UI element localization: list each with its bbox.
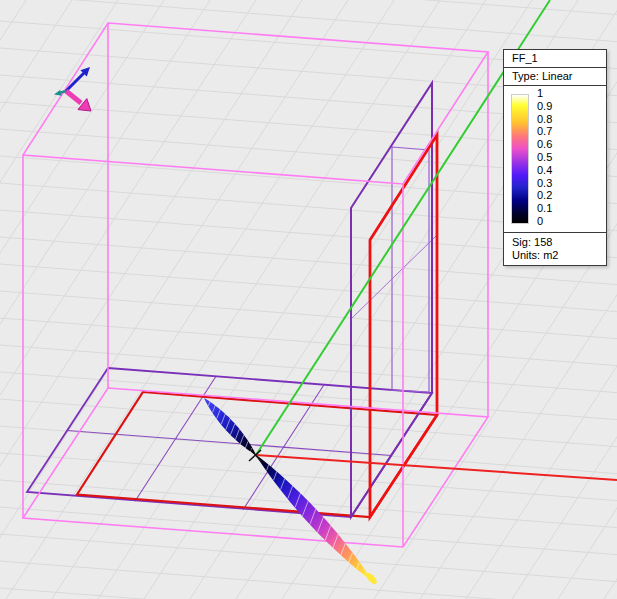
colorbar-tick: 0.6 (537, 139, 552, 150)
colorbar-tick: 0 (537, 216, 552, 227)
legend-units: Units: m2 (512, 249, 606, 262)
legend-footer: Sig: 158 Units: m2 (504, 233, 606, 265)
colorbar-tick: 1 (537, 88, 552, 99)
legend-type: Type: Linear (504, 68, 606, 86)
colorbar-tick: 0.7 (537, 126, 552, 137)
colorbar-tick: 0.8 (537, 114, 552, 125)
colorbar-tick: 0.4 (537, 165, 552, 176)
3d-viewport-stage[interactable]: FF_1 Type: Linear 1 0.9 0.8 0.7 0.6 0.5 … (0, 0, 617, 599)
farfield-legend: FF_1 Type: Linear 1 0.9 0.8 0.7 0.6 0.5 … (503, 49, 607, 266)
colorbar-gradient (511, 94, 529, 224)
colorbar-tick: 0.9 (537, 101, 552, 112)
legend-colorbar-section: 1 0.9 0.8 0.7 0.6 0.5 0.4 0.3 0.2 0.1 0 (504, 86, 606, 233)
legend-title: FF_1 (504, 50, 606, 68)
colorbar-tick: 0.3 (537, 178, 552, 189)
triad-arrow-teal-shaft (60, 91, 66, 93)
colorbar-tick: 0.5 (537, 152, 552, 163)
legend-sig: Sig: 158 (512, 236, 606, 249)
colorbar-tick: 0.1 (537, 203, 552, 214)
colorbar-ticks: 1 0.9 0.8 0.7 0.6 0.5 0.4 0.3 0.2 0.1 0 (537, 88, 552, 227)
colorbar-tick: 0.2 (537, 190, 552, 201)
